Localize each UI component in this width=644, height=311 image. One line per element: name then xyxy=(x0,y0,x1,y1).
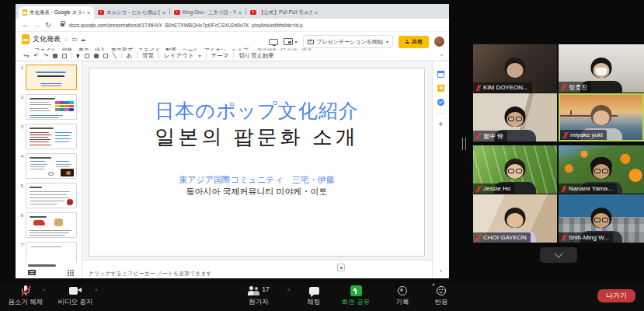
explore-button-icon[interactable] xyxy=(337,264,345,271)
slide-thumbnail-4[interactable]: 4 xyxy=(18,153,77,179)
slide-title-japanese[interactable]: 日本のポップ文化紹介 xyxy=(89,100,424,122)
current-slide[interactable]: 日本のポップ文化紹介 일본의 팝문화 소개 東アジア国際コミュニティ 三宅・伊藤… xyxy=(89,68,425,257)
move-folder-icon[interactable]: 🗀 xyxy=(71,37,77,42)
muted-mic-icon xyxy=(475,234,482,242)
slide-thumbnail-preview[interactable] xyxy=(26,94,77,120)
tasks-icon[interactable] xyxy=(437,99,444,106)
slide-thumbnail-preview[interactable] xyxy=(26,212,77,238)
start-presentation-button[interactable]: プレゼンテーションを開始 ▾ xyxy=(303,35,394,48)
theme-button[interactable]: テーマ xyxy=(211,52,229,60)
participant-tile[interactable]: Shih-Ming W... xyxy=(559,194,644,243)
participant-nametag: KIM DOYEON... xyxy=(473,82,532,93)
font-icon[interactable]: あ xyxy=(127,52,133,60)
undo-icon[interactable]: ↶ xyxy=(33,52,38,59)
back-icon[interactable]: ← xyxy=(22,22,29,29)
slide-credit-japanese[interactable]: 東アジア国際コミュニティ 三宅・伊藤 xyxy=(89,174,424,185)
participant-tile[interactable]: 정호진 xyxy=(559,44,644,93)
slide-title-korean[interactable]: 일본의 팝문화 소개 xyxy=(89,126,424,149)
notes-resize-grip-icon[interactable]: ⋯ xyxy=(255,260,260,265)
slide-thumbnail-preview[interactable] xyxy=(26,65,77,90)
leave-meeting-button[interactable]: 나가기 xyxy=(597,289,635,302)
select-cursor-icon[interactable] xyxy=(76,53,80,58)
tab-title: King Gnu - 三文小説 - YouTube xyxy=(183,9,236,16)
slide-thumbnail-7[interactable]: 7 xyxy=(18,242,77,263)
participant-tile[interactable]: Jessie Ho xyxy=(473,145,557,194)
text-box-icon[interactable] xyxy=(85,54,89,58)
new-slide-icon[interactable]: +▾ xyxy=(23,52,29,59)
browser-tab-youtube-3[interactable]: 【公式】PUI PUI モルカー 第1話 × xyxy=(246,6,322,19)
reload-icon[interactable]: ↻ xyxy=(45,22,51,29)
slide-filmstrip-panel: 1 2 xyxy=(16,61,82,278)
collapse-toolbar-icon[interactable]: ^ xyxy=(440,53,443,58)
insert-image-icon[interactable] xyxy=(94,54,99,58)
account-avatar[interactable] xyxy=(434,37,444,47)
slide-thumbnail-preview[interactable] xyxy=(26,242,77,263)
slide-thumbnail-1[interactable]: 1 xyxy=(18,65,77,90)
calendar-icon[interactable] xyxy=(437,71,444,78)
filmstrip-view-icon[interactable] xyxy=(28,270,36,275)
panel-resize-handle[interactable] xyxy=(462,138,466,150)
document-title[interactable]: 文化発表 xyxy=(33,34,61,44)
slide-credit-korean[interactable]: 동아시아 국제커뮤니티 미야케・이토 xyxy=(89,186,424,197)
dropdown-icon[interactable]: ▾ xyxy=(386,39,388,44)
grid-view-icon[interactable] xyxy=(68,270,69,271)
redo-icon[interactable]: ↷ xyxy=(44,52,48,59)
get-addons-icon[interactable]: + xyxy=(439,121,444,128)
tab-close-icon[interactable]: × xyxy=(162,10,165,16)
slide-thumbnail-preview[interactable] xyxy=(26,124,77,149)
participants-button[interactable]: 17 참가자 xyxy=(231,285,286,307)
layout-button[interactable]: レイアウト xyxy=(164,52,193,60)
tab-close-icon[interactable]: × xyxy=(87,10,90,16)
browser-tab-slides[interactable]: 文化発表 - Google スライド × xyxy=(19,6,94,19)
browser-tab-youtube-1[interactable]: ヨルシカ - だから僕は音楽を辞めた × xyxy=(94,6,169,19)
tab-close-icon[interactable]: × xyxy=(238,10,242,16)
participant-tile-active-speaker[interactable]: miyake yuki xyxy=(559,93,644,142)
toolbar-separator xyxy=(71,52,72,59)
insert-line-icon[interactable]: ╲ xyxy=(113,52,117,59)
slide-thumbnail-2[interactable]: 2 xyxy=(18,94,77,120)
reactions-button[interactable]: + 반응 xyxy=(414,285,468,307)
audio-options-chevron[interactable]: ^ xyxy=(43,288,46,294)
slideshow-box-icon[interactable] xyxy=(284,38,293,45)
participant-tile[interactable]: Nanami Yama... xyxy=(559,145,644,194)
youtube-favicon-icon xyxy=(174,10,180,15)
tab-close-icon[interactable]: × xyxy=(315,10,318,16)
share-screen-icon xyxy=(350,285,362,296)
participant-tile[interactable]: CHOI GAYEON xyxy=(473,194,557,243)
slide-thumbnail-preview[interactable] xyxy=(26,183,77,208)
slide-thumbnail-preview[interactable] xyxy=(26,153,77,179)
hide-side-panel-icon[interactable]: › xyxy=(440,267,442,278)
participant-tile[interactable]: KIM DOYEON... xyxy=(473,44,557,93)
insert-shape-icon[interactable] xyxy=(103,54,108,58)
dropdown-icon[interactable]: ▾ xyxy=(294,39,297,44)
more-participants-chevron-button[interactable] xyxy=(540,247,577,263)
present-on-display-icon[interactable] xyxy=(269,39,278,45)
forward-icon[interactable]: → xyxy=(33,22,40,29)
address-bar[interactable]: docs.google.com/presentation/d/1T4fHVX_B… xyxy=(69,23,303,28)
browser-tab-youtube-2[interactable]: King Gnu - 三文小説 - YouTube × xyxy=(170,6,245,19)
slide-thumbnail-5[interactable]: 5 xyxy=(18,183,77,208)
share-button[interactable]: 共有 xyxy=(399,36,429,48)
video-options-chevron[interactable]: ^ xyxy=(95,288,98,294)
slide-thumbnail-3[interactable]: 3 xyxy=(18,124,77,149)
slide-thumbnail-6[interactable]: 6 xyxy=(18,212,77,238)
dropdown-icon[interactable]: ▾ xyxy=(199,53,201,58)
tab-title: 文化発表 - Google スライド xyxy=(30,9,85,16)
keep-icon[interactable] xyxy=(437,85,444,92)
google-slides-favicon-icon xyxy=(23,9,27,16)
background-button[interactable]: 背景 xyxy=(142,52,154,60)
transition-button[interactable]: 切り替え効果 xyxy=(238,52,273,60)
participant-tile[interactable]: 畠中 怜 xyxy=(473,93,557,142)
participant-name: Nanami Yama... xyxy=(569,185,613,192)
record-icon xyxy=(398,286,407,295)
google-slides-logo-icon[interactable] xyxy=(22,34,30,44)
zoom-control-bar: 음소거 해제 ^ 비디오 중지 ^ 17 참가자 ^ 채팅 화면 공유 기록 xyxy=(0,282,644,311)
tab-title: ヨルシカ - だから僕は音楽を辞めた xyxy=(106,9,160,16)
speaker-notes-placeholder[interactable]: クリックするとスピーカー ノートを追加できます xyxy=(89,271,212,276)
print-icon[interactable] xyxy=(53,54,57,58)
browser-tab-strip: 文化発表 - Google スライド × ヨルシカ - だから僕は音楽を辞めた … xyxy=(16,4,449,19)
speaker-notes-panel[interactable]: ⋯ クリックするとスピーカー ノートを追加できます xyxy=(82,260,432,278)
glasses xyxy=(594,218,608,222)
paint-format-icon[interactable] xyxy=(62,54,67,58)
star-icon[interactable]: ☆ xyxy=(64,37,68,42)
